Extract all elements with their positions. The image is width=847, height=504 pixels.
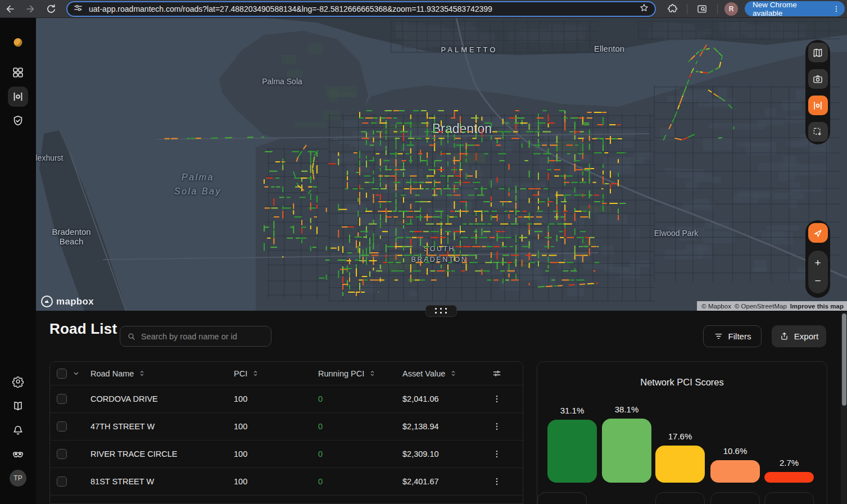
pci-bar-critical: 2.7% <box>764 458 814 483</box>
url-text[interactable]: uat-app.roadmantech.com/roads?lat=27.488… <box>89 4 633 13</box>
row-menu-button[interactable] <box>487 449 523 459</box>
toolbar-separator <box>717 4 718 14</box>
bar-segment[interactable] <box>655 446 705 483</box>
app-sidebar: TP <box>0 18 36 504</box>
back-icon[interactable] <box>4 3 16 15</box>
site-settings-icon[interactable] <box>73 3 83 15</box>
mask-icon[interactable] <box>8 445 28 465</box>
map-label: PALMETTO <box>441 46 498 54</box>
marquee-select-button[interactable] <box>808 122 828 142</box>
attrib-improve-link[interactable]: Improve this map <box>790 303 844 310</box>
bar-segment[interactable] <box>710 460 760 483</box>
sliders-icon <box>492 369 502 379</box>
forward-icon[interactable] <box>25 3 36 15</box>
mapbox-logo[interactable]: mapbox <box>41 296 94 307</box>
sidebar-item-roads[interactable] <box>8 87 28 107</box>
attrib-mapbox[interactable]: © Mapbox <box>701 303 731 310</box>
road-name-cell: 47TH STREET W <box>90 422 234 431</box>
table-row[interactable]: RIVER TRACE CIRCLE 100 0 $2,309.10 <box>50 440 523 467</box>
roads-layer-button[interactable] <box>808 96 828 115</box>
row-checkbox[interactable] <box>57 449 67 459</box>
road-name-cell: CORDOVA DRIVE <box>90 394 234 403</box>
docs-book-icon[interactable] <box>8 396 28 416</box>
sidebar-item-dashboard[interactable] <box>8 62 28 83</box>
url-bar[interactable]: uat-app.roadmantech.com/roads?lat=27.488… <box>66 1 656 17</box>
map-tools-group <box>805 40 830 144</box>
select-all-checkbox[interactable] <box>57 369 67 379</box>
bar-segment[interactable] <box>602 419 651 483</box>
zoom-controls: + − <box>808 251 828 293</box>
chevron-down-icon[interactable] <box>72 369 80 378</box>
pci-stat-box[interactable] <box>537 492 587 504</box>
table-row[interactable]: CORDOVA DRIVE 100 0 $2,041.06 <box>50 385 523 412</box>
screenshot-camera-button[interactable] <box>808 69 828 89</box>
row-menu-button[interactable] <box>487 421 523 432</box>
panel-drag-handle[interactable] <box>425 305 457 317</box>
road-list-panel: Road List Filters Export Road Name <box>36 311 847 504</box>
pci-bar-poor: 10.6% <box>710 446 760 483</box>
pci-cell: 100 <box>234 394 318 403</box>
kebab-menu-icon <box>492 476 502 487</box>
kebab-menu-icon <box>492 449 502 459</box>
map-label: Bradenton Beach <box>52 227 90 246</box>
map-label: Elwood Park <box>654 229 699 238</box>
notifications-bell-icon[interactable] <box>8 420 28 441</box>
pci-cell: 100 <box>234 477 318 486</box>
filters-button[interactable]: Filters <box>703 325 762 347</box>
column-header-pci[interactable]: PCI <box>234 369 318 378</box>
map-label: Palma Sola <box>262 77 302 86</box>
row-checkbox[interactable] <box>57 394 67 404</box>
basemap-button[interactable] <box>808 43 828 62</box>
profile-avatar[interactable]: R <box>724 2 738 16</box>
page-scrollbar[interactable] <box>841 312 847 504</box>
running-pci-cell: 0 <box>318 422 402 431</box>
zoom-out-button[interactable]: − <box>808 272 828 290</box>
map-canvas[interactable]: PALMETTO Ellenton Palma Sola Bradenton P… <box>36 18 847 311</box>
user-avatar[interactable]: TP <box>10 470 26 487</box>
column-header-road-name[interactable]: Road Name <box>90 369 234 378</box>
column-settings-button[interactable] <box>487 369 523 379</box>
sort-icon <box>449 369 458 378</box>
map-label: lexhurst <box>36 153 64 162</box>
bar-segment[interactable] <box>764 472 814 483</box>
zoom-in-button[interactable]: + <box>808 254 828 272</box>
locate-cursor-button[interactable] <box>808 223 828 243</box>
scrollbar-thumb[interactable] <box>842 314 846 406</box>
column-header-running-pci[interactable]: Running PCI <box>318 369 402 378</box>
pci-stat-box[interactable] <box>764 492 814 504</box>
pci-roads-layer <box>36 18 847 311</box>
running-pci-cell: 0 <box>318 449 402 458</box>
sort-icon <box>368 369 377 378</box>
table-row-partial <box>50 495 523 504</box>
side-panel-icon[interactable] <box>696 3 708 15</box>
page-title: Road List <box>49 320 117 338</box>
export-button[interactable]: Export <box>772 325 826 347</box>
table-row[interactable]: 47TH STREET W 100 0 $2,138.94 <box>50 412 523 440</box>
road-search[interactable] <box>120 326 271 347</box>
attrib-osm[interactable]: © OpenStreetMap <box>735 303 787 310</box>
search-input[interactable] <box>141 332 264 341</box>
settings-gear-icon[interactable] <box>8 371 28 392</box>
table-row[interactable]: 81ST STREET W 100 0 $2,401.67 <box>50 467 523 495</box>
map-label: Palma Sola Bay <box>174 171 221 199</box>
pci-stat-box[interactable] <box>710 492 760 504</box>
road-name-cell: RIVER TRACE CIRCLE <box>90 449 234 458</box>
sidebar-item-quality[interactable] <box>8 111 28 131</box>
search-icon <box>127 332 136 341</box>
row-menu-button[interactable] <box>487 394 523 404</box>
map-attribution: © Mapbox © OpenStreetMap Improve this ma… <box>697 301 847 311</box>
extensions-icon[interactable] <box>667 3 678 15</box>
chrome-update-button[interactable]: New Chrome available <box>745 1 845 16</box>
row-checkbox[interactable] <box>57 421 67 432</box>
map-label: Bradenton <box>432 121 492 137</box>
kebab-menu-icon <box>832 5 840 13</box>
column-header-asset-value[interactable]: Asset Value <box>402 369 487 378</box>
row-checkbox[interactable] <box>57 476 67 487</box>
bar-segment[interactable] <box>547 420 597 483</box>
pci-stat-box[interactable] <box>655 492 705 504</box>
drag-dots-icon <box>435 308 447 314</box>
bookmark-star-icon[interactable] <box>639 3 649 15</box>
row-menu-button[interactable] <box>487 476 523 487</box>
map-base-layer <box>36 18 847 311</box>
reload-icon[interactable] <box>46 3 57 15</box>
